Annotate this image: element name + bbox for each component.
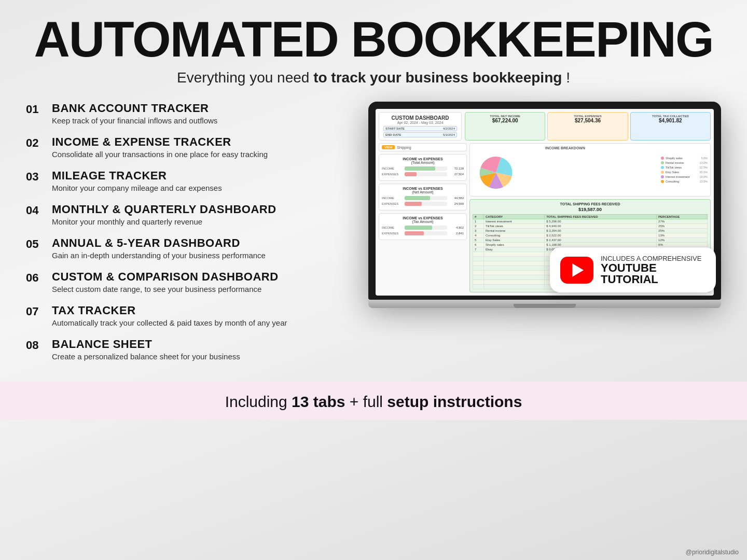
feature-desc: Monitor your company mileage and car exp… — [52, 184, 222, 192]
legend-label: Shopify sales — [666, 157, 683, 160]
feature-number: 01 — [26, 103, 52, 116]
table-header: # — [473, 215, 484, 219]
feature-item: 01 BANK ACCOUNT TRACKER Keep track of yo… — [26, 102, 348, 125]
youtube-badge: INCLUDES A COMPREHENSIVE YOUTUBE TUTORIA… — [550, 247, 716, 292]
kpi-box: TOTAL TAX COLLECTED $4,901.82 — [630, 112, 711, 141]
start-date-label: START DATE — [385, 127, 405, 130]
feature-title: MONTHLY & QUARTERLY DASHBOARD — [52, 203, 276, 216]
table-cell: 25% — [657, 229, 708, 233]
footer-text: Including 13 tabs + full setup instructi… — [0, 393, 747, 411]
view-row: VIEW Shipping — [379, 143, 467, 151]
income-val: 44,582 — [449, 197, 464, 200]
table-cell: Rental income — [483, 229, 544, 233]
feature-item: 06 CUSTOM & COMPARISON DASHBOARD Select … — [26, 270, 348, 293]
table-cell: 6% — [657, 243, 708, 247]
expense-row: EXPENSES 27,504 — [382, 172, 464, 176]
income-label: INCOME — [382, 167, 403, 170]
kpi-value: $27,504.36 — [551, 118, 624, 123]
laptop-base — [368, 300, 721, 308]
table-row: 4Consulting$ 2,522.0013% — [473, 233, 708, 238]
legend-item: Etsy Sales 20.1% — [661, 171, 708, 174]
expense-bar-wrap — [405, 202, 447, 206]
table-row: 5Etsy Sales$ 2,437.0012% — [473, 238, 708, 243]
table-cell: $ 2,437.00 — [545, 238, 657, 243]
table-cell: 7 — [473, 247, 484, 252]
income-row: INCOME 72,128 — [382, 166, 464, 171]
table-cell-empty — [483, 257, 544, 261]
table-row: 2TikTok views$ 4,940.0025% — [473, 224, 708, 229]
feature-desc: Consolidate all your transactions in one… — [52, 150, 268, 159]
legend-pct: 20.1% — [699, 171, 708, 174]
feature-title: BALANCE SHEET — [52, 338, 240, 351]
table-cell-empty — [473, 285, 484, 289]
table-cell: $ 2,522.00 — [545, 233, 657, 238]
table-cell-empty — [473, 261, 484, 266]
view-button-label[interactable]: VIEW — [382, 145, 395, 149]
income-bar — [405, 166, 435, 171]
table-cell-empty — [473, 271, 484, 275]
table-cell-empty — [483, 266, 544, 271]
legend-label: Consulting — [666, 180, 679, 183]
table-cell: TikTok views — [483, 224, 544, 229]
feature-content: INCOME & EXPENSE TRACKER Consolidate all… — [52, 135, 268, 159]
income-val: 72,128 — [449, 167, 464, 170]
table-cell: Etsy Sales — [483, 238, 544, 243]
income-val: 4,902 — [449, 226, 464, 229]
legend-item: TikTok views 22.5% — [661, 166, 708, 169]
feature-item: 02 INCOME & EXPENSE TRACKER Consolidate … — [26, 135, 348, 159]
income-label: INCOME — [382, 197, 403, 200]
end-date-label: END DATE — [385, 133, 401, 136]
feature-list: 01 BANK ACCOUNT TRACKER Keep track of yo… — [26, 96, 348, 371]
legend-label: Etsy Sales — [666, 171, 679, 174]
pie-chart — [473, 152, 519, 193]
youtube-icon — [560, 257, 593, 284]
legend-item: Consulting 13.5% — [661, 180, 708, 183]
feature-content: MILEAGE TRACKER Monitor your company mil… — [52, 169, 222, 192]
subtitle-prefix: Everything you need — [177, 69, 313, 86]
feature-desc: Create a personalized balance sheet for … — [52, 352, 240, 361]
subtitle: Everything you need to track your busine… — [21, 69, 726, 86]
table-header: PERCENTAGE — [657, 215, 708, 219]
header-section: AUTOMATED BOOKKEEPING Everything you nee… — [0, 0, 747, 91]
table-row: 1Interest investment$ 5,296.0027% — [473, 219, 708, 224]
income-bar-wrap — [405, 166, 447, 171]
legend-pct: 13.0% — [699, 161, 708, 164]
feature-title: BANK ACCOUNT TRACKER — [52, 102, 217, 115]
legend-pct: 19.0% — [699, 175, 708, 178]
feature-item: 08 BALANCE SHEET Create a personalized b… — [26, 338, 348, 361]
play-icon — [572, 263, 584, 277]
legend-item: Shopify sales 5.0% — [661, 157, 708, 160]
footer: Including 13 tabs + full setup instructi… — [0, 382, 747, 420]
table-cell-empty — [473, 257, 484, 261]
ie-title: INCOME vs EXPENSES(Total Amount) — [382, 157, 464, 164]
feature-content: TAX TRACKER Automatically track your col… — [52, 304, 287, 327]
feature-content: CUSTOM & COMPARISON DASHBOARD Select cus… — [52, 270, 279, 293]
main-title: AUTOMATED BOOKKEEPING — [21, 15, 726, 64]
view-value: Shipping — [397, 146, 411, 149]
kpi-box: TOTAL NET INCOME $67,224.00 — [465, 112, 545, 141]
legend-pct: 5.0% — [701, 157, 708, 160]
youtube-text: INCLUDES A COMPREHENSIVE YOUTUBE TUTORIA… — [601, 255, 706, 285]
footer-credit: @prioridigitalstudio — [686, 549, 739, 556]
feature-number: 03 — [26, 170, 52, 184]
footer-middle: + full — [350, 393, 388, 410]
footer-bold1: 13 tabs — [292, 393, 345, 410]
income-row: INCOME 44,582 — [382, 196, 464, 200]
table-cell: 13% — [657, 233, 708, 238]
income-expense-box: INCOME vs EXPENSES(Net Amount) INCOME 44… — [379, 184, 467, 211]
dashboard-left: VIEW Shipping INCOME vs EXPENSES(Total A… — [379, 143, 467, 292]
income-breakdown-title: INCOME BREAKDOWN — [473, 146, 658, 150]
feature-number: 02 — [26, 136, 52, 150]
legend-dot — [661, 157, 664, 160]
legend-dot — [661, 161, 664, 164]
feature-title: ANNUAL & 5-YEAR DASHBOARD — [52, 236, 266, 250]
table-cell: Interest investment — [483, 219, 544, 224]
feature-title: CUSTOM & COMPARISON DASHBOARD — [52, 270, 279, 284]
table-cell: 5 — [473, 238, 484, 243]
table-cell-empty — [473, 252, 484, 257]
table-cell: 27% — [657, 219, 708, 224]
feature-content: ANNUAL & 5-YEAR DASHBOARD Gain an in-dep… — [52, 236, 266, 260]
table-cell-empty — [483, 252, 544, 257]
end-date-val: 5/3/2024 — [443, 133, 455, 136]
start-date-val: 4/2/2024 — [443, 127, 455, 130]
